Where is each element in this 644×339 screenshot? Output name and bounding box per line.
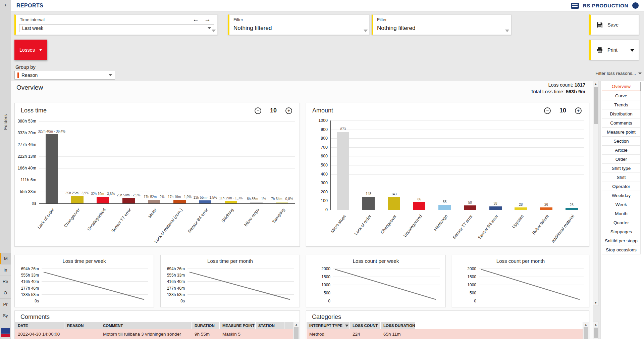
prev-interval-icon[interactable]: ← <box>193 16 199 23</box>
bar-uncategorized[interactable] <box>97 197 109 203</box>
column-header-filler <box>416 322 583 329</box>
bar-uppstart[interactable] <box>515 207 527 210</box>
scroll-up-icon[interactable]: ▲ <box>593 322 598 327</box>
nav-item-overview[interactable]: Overview <box>602 82 641 91</box>
y-axis-tick-label: 0s <box>15 201 36 206</box>
language-flag-icon[interactable] <box>1 328 10 337</box>
column-header-reason[interactable]: REASON <box>64 322 100 329</box>
main-scrollbar[interactable]: ▲ ▼ <box>593 81 599 306</box>
filter-funnel-icon[interactable] <box>212 30 216 32</box>
expand-sidebar-icon[interactable]: › <box>0 2 11 8</box>
nav-item-order[interactable]: Order <box>602 154 641 164</box>
sidebar-item-in[interactable]: In <box>0 264 11 276</box>
sidebar-item-sy[interactable]: Sy <box>0 310 11 321</box>
scroll-thumb[interactable] <box>584 327 588 339</box>
filter-panel-right[interactable]: Filter Nothing filtered <box>372 14 511 35</box>
nav-item-weekday[interactable]: Weekday <box>602 191 641 200</box>
filter-funnel-icon[interactable] <box>505 30 509 32</box>
sidebar-item-re[interactable]: Re <box>0 276 11 287</box>
nav-item-month[interactable]: Month <box>602 209 641 218</box>
bar-motor[interactable] <box>148 200 160 203</box>
next-interval-icon[interactable]: → <box>204 16 211 23</box>
comments-scrollbar[interactable]: ▲ <box>293 322 299 339</box>
print-button[interactable]: Print <box>589 40 639 60</box>
y-axis-tick-label: 416h 40m <box>15 279 39 284</box>
nav-item-curve[interactable]: Curve <box>602 91 641 100</box>
scroll-thumb[interactable] <box>594 328 598 338</box>
nav-item-article[interactable]: Article <box>602 145 641 155</box>
column-header-loss-count[interactable]: LOSS COUNT <box>350 322 381 329</box>
group-by-select[interactable]: Reason <box>14 71 115 80</box>
y-axis-tick-label: 1500 <box>452 275 476 279</box>
zoom-in-icon[interactable]: + <box>575 107 582 114</box>
gridline <box>39 180 295 180</box>
bar-sensor-b4-error[interactable] <box>199 200 211 203</box>
scroll-up-icon[interactable]: ▲ <box>593 81 598 87</box>
scroll-down-icon[interactable]: ▼ <box>593 300 598 305</box>
nav-item-section[interactable]: Section <box>602 136 641 146</box>
nav-item-comments[interactable]: Comments <box>602 118 641 128</box>
zoom-out-icon[interactable]: − <box>544 107 551 114</box>
bar-sampling[interactable] <box>276 202 288 203</box>
column-header-date[interactable]: DATE <box>15 322 64 329</box>
scroll-thumb[interactable] <box>594 87 598 124</box>
bar-robot-failure[interactable] <box>540 207 552 210</box>
bar-lack-of-material-com[interactable] <box>173 200 186 203</box>
print-dropdown-icon[interactable] <box>630 49 635 52</box>
y-axis-tick-label: 1000 <box>306 283 330 287</box>
column-header-loss-duration[interactable]: LOSS DURATION <box>381 322 416 329</box>
column-header-duration[interactable]: DURATION <box>192 322 220 329</box>
lower-scrollbar[interactable]: ▲ <box>593 322 599 339</box>
nav-item-operator[interactable]: Operator <box>602 182 641 191</box>
sidebar-item-m[interactable]: M <box>0 253 11 264</box>
zoom-in-icon[interactable]: + <box>285 107 292 114</box>
save-button[interactable]: Save <box>589 14 639 35</box>
bar-sensor-t7-error[interactable] <box>122 198 135 203</box>
time-interval-select[interactable]: Last week <box>19 24 214 32</box>
globe-icon[interactable] <box>632 2 639 9</box>
nav-item-measure-point[interactable]: Measure point <box>602 127 641 137</box>
column-header-comment[interactable]: COMMENT <box>100 322 192 329</box>
nav-item-stoppages[interactable]: Stoppages <box>602 227 641 236</box>
bar-hämtvagn[interactable] <box>438 205 451 210</box>
bar-changeover[interactable] <box>71 196 84 203</box>
x-axis-line <box>39 203 295 204</box>
chat-icon[interactable] <box>571 3 579 9</box>
losses-dropdown-button[interactable]: Losses <box>14 40 47 60</box>
bar-micro-stops[interactable] <box>250 202 263 203</box>
nav-item-shift[interactable]: Shift <box>602 173 641 182</box>
table-row[interactable]: 2022-04-30 14:00:00Motorn till rullbana … <box>15 329 293 339</box>
column-header-station[interactable]: STATION <box>256 322 284 329</box>
bar-städning[interactable] <box>225 201 237 203</box>
bar-sensor-b4-error[interactable] <box>489 206 502 210</box>
filter-funnel-icon[interactable] <box>345 325 348 327</box>
nav-item-quarter[interactable]: Quarter <box>602 218 641 227</box>
scroll-up-icon[interactable]: ▲ <box>293 322 299 327</box>
bar-micro-stops[interactable] <box>337 132 349 210</box>
y-axis-tick-label: 277h 46m <box>161 286 185 291</box>
bar-sensor-t7-error[interactable] <box>464 205 476 210</box>
nav-item-shift-type[interactable]: Shift type <box>602 163 641 173</box>
filter-loss-reasons[interactable]: Filter loss reasons... <box>595 71 642 76</box>
scroll-thumb[interactable] <box>294 327 299 339</box>
nav-item-snittid-per-stopp[interactable]: Snittid per stopp <box>602 236 641 245</box>
sidebar-item-o[interactable]: O <box>0 287 11 298</box>
left-sidebar: › Folders MInReOPrSy <box>0 0 11 339</box>
table-row[interactable]: Method22465h 11m <box>307 329 583 339</box>
nav-item-distribution[interactable]: Distribution <box>602 109 641 118</box>
filter-panel-left[interactable]: Filter Nothing filtered <box>228 14 370 35</box>
filter-funnel-icon[interactable] <box>364 30 368 32</box>
scroll-up-icon[interactable]: ▲ <box>583 322 589 327</box>
nav-item-trends[interactable]: Trends <box>602 100 641 109</box>
bar-lack-of-order[interactable] <box>362 197 375 210</box>
zoom-controls: − 10 + <box>544 107 582 114</box>
nav-item-week[interactable]: Week <box>602 200 641 209</box>
nav-item-stop-occasions[interactable]: Stop occasions <box>602 245 641 254</box>
column-header-interrupt-type[interactable]: INTERRUPT TYPE <box>307 322 350 329</box>
sidebar-item-pr[interactable]: Pr <box>0 298 11 310</box>
zoom-out-icon[interactable]: − <box>255 107 261 114</box>
column-header-measure-point[interactable]: MEASURE POINT <box>220 322 256 329</box>
bar-additional-material[interactable] <box>566 208 578 210</box>
trend-line <box>187 269 294 302</box>
categories-scrollbar[interactable]: ▲ <box>583 322 589 339</box>
